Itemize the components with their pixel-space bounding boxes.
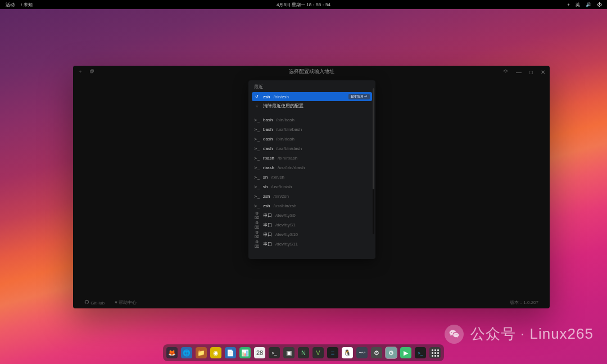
profile-path: /usr/bin/rbash [278, 165, 305, 170]
scrollbar[interactable] [373, 88, 374, 234]
profile-name: rbash [263, 165, 274, 170]
window-title: 选择配置或输入地址 [289, 69, 334, 75]
dock-app-calendar[interactable]: 28 [254, 347, 265, 358]
window-titlebar: + 选择配置或输入地址 ― □ ✕ [73, 66, 550, 78]
serial-icon: ⚙ ⌧ [254, 211, 260, 220]
recent-section-label: 最近 [248, 80, 375, 92]
dock-app-settings2[interactable]: ⚙ [386, 347, 397, 358]
profile-item[interactable]: ≻_dash/usr/bin/dash [248, 144, 375, 153]
dock-app-qq[interactable]: 🐧 [342, 347, 353, 358]
profile-item[interactable]: ≻_sh/bin/sh [248, 172, 375, 182]
profile-name: dash [263, 146, 273, 151]
window-footer: GitHub ♥ 帮助中心 版本：1.0.207 [73, 296, 550, 308]
svg-rect-1 [91, 69, 94, 72]
svg-point-2 [505, 71, 506, 72]
profile-path: /usr/bin/sh [271, 184, 292, 189]
profile-name: zsh [263, 194, 270, 199]
profile-name: 串口 [263, 222, 272, 228]
star-icon: ☆ [254, 104, 260, 108]
profile-name: zsh [263, 203, 270, 208]
dock-app-terminal2[interactable]: >_ [415, 347, 426, 358]
new-tab-button[interactable]: + [78, 69, 83, 75]
profile-item[interactable]: ⚙ ⌧串口/dev/ttyS1 [248, 220, 375, 230]
prompt-icon: ≻_ [254, 156, 260, 161]
app-menu[interactable]: ↑ 未知 [20, 2, 33, 8]
profile-name: 串口 [263, 212, 272, 219]
close-button[interactable]: ✕ [541, 69, 545, 75]
profile-path: /dev/ttyS11 [275, 242, 298, 247]
profile-item[interactable]: ≻_bash/bin/bash [248, 115, 375, 125]
profile-path: /dev/ttyS1 [275, 222, 296, 228]
profile-name: 串口 [263, 241, 272, 247]
tabs-icon[interactable] [89, 69, 94, 75]
volume-icon[interactable]: 🔊 [586, 2, 591, 7]
profile-name: bash [263, 117, 273, 122]
dock-app-vscode[interactable]: ≡ [327, 347, 338, 358]
show-apps-button[interactable] [429, 347, 441, 358]
profile-path: /dev/ttyS10 [275, 232, 298, 237]
profile-item[interactable]: ≻_rbash/usr/bin/rbash [248, 163, 375, 172]
profile-name: dash [263, 136, 273, 142]
minimize-button[interactable]: ― [516, 69, 522, 75]
prompt-icon: ≻_ [254, 194, 260, 199]
profile-item[interactable]: ≻_sh/usr/bin/sh [248, 182, 375, 192]
dock-app-files[interactable]: 📁 [196, 347, 207, 358]
profile-path: /usr/bin/dash [276, 146, 302, 151]
profile-item[interactable]: ⚙ ⌧串口/dev/ttyS11 [248, 239, 375, 249]
profile-path: /bin/zsh [273, 194, 289, 199]
profile-item[interactable]: ≻_zsh/usr/bin/zsh [248, 201, 375, 211]
dock-app-settings[interactable]: ⚙ [371, 347, 382, 358]
dock-app-music[interactable]: ◉ [210, 347, 221, 358]
dock-app-firefox[interactable]: 🦊 [166, 347, 178, 358]
dock-app-calc[interactable]: 📊 [239, 347, 251, 358]
wechat-icon [445, 325, 464, 344]
dock-app-gvim[interactable]: V [312, 347, 324, 358]
enter-badge: ENTER ↵ [348, 94, 370, 99]
dock-app-chromium[interactable]: 🌐 [181, 347, 192, 358]
clock[interactable]: 4月8日 星期一 18：55：54 [277, 2, 330, 8]
profile-name: rbash [263, 156, 274, 161]
profile-item[interactable]: ≻_dash/bin/dash [248, 134, 375, 144]
prompt-icon: ≻_ [254, 166, 260, 170]
profile-item[interactable]: ≻_rbash/bin/rbash [248, 153, 375, 163]
dock-app-writer[interactable]: 📄 [225, 347, 236, 358]
prompt-icon: ≻_ [254, 128, 260, 132]
profile-path: /bin/rbash [278, 156, 297, 161]
profile-picker-dropdown: 最近 ↺zsh/bin/zshENTER ↵☆清除最近使用的配置 ≻_bash/… [248, 80, 375, 259]
profile-item[interactable]: ⚙ ⌧串口/dev/ttyS10 [248, 230, 375, 239]
input-method-indicator[interactable]: 英 [576, 2, 580, 8]
help-link[interactable]: ♥ 帮助中心 [115, 299, 137, 306]
activities-button[interactable]: 活动 [6, 2, 15, 8]
indicator-add-icon[interactable]: + [567, 2, 570, 7]
dock-app-monitor[interactable]: 〰 [356, 347, 368, 358]
dock-app-terminal[interactable]: >_ [269, 347, 280, 358]
prompt-icon: ≻_ [254, 204, 260, 208]
github-link[interactable]: GitHub [84, 299, 105, 306]
profile-name: 串口 [263, 231, 272, 238]
dock-app-neovim[interactable]: N [298, 347, 309, 358]
profile-path: /usr/bin/zsh [273, 203, 296, 208]
profile-path: /usr/bin/bash [276, 127, 302, 132]
profile-item[interactable]: ⚙ ⌧串口/dev/ttyS0 [248, 211, 375, 220]
profile-name: sh [263, 175, 268, 180]
serial-icon: ⚙ ⌧ [254, 240, 260, 249]
serial-icon: ⚙ ⌧ [254, 221, 260, 230]
maximize-button[interactable]: □ [529, 69, 533, 75]
dock-app-konsole[interactable]: ▣ [283, 347, 295, 358]
profile-item-recent[interactable]: ☆清除最近使用的配置 [248, 101, 375, 111]
watermark: 公众号 · Linux265 [445, 324, 594, 344]
profile-name: bash [263, 127, 273, 132]
prompt-icon: ≻_ [254, 147, 260, 151]
profile-item-selected[interactable]: ↺zsh/bin/zshENTER ↵ [252, 92, 372, 101]
settings-icon[interactable] [503, 69, 508, 75]
serial-icon: ⚙ ⌧ [254, 230, 260, 239]
power-icon[interactable]: ⏻ [597, 2, 601, 7]
profile-name: sh [263, 184, 268, 189]
prompt-icon: ≻_ [254, 175, 260, 180]
profile-item[interactable]: ≻_bash/usr/bin/bash [248, 125, 375, 134]
window-body: 最近 ↺zsh/bin/zshENTER ↵☆清除最近使用的配置 ≻_bash/… [73, 78, 550, 296]
svg-rect-0 [90, 70, 93, 73]
profile-item[interactable]: ≻_zsh/bin/zsh [248, 192, 375, 201]
profile-name: 清除最近使用的配置 [263, 103, 304, 109]
dock-app-run[interactable]: ▶ [400, 347, 411, 358]
